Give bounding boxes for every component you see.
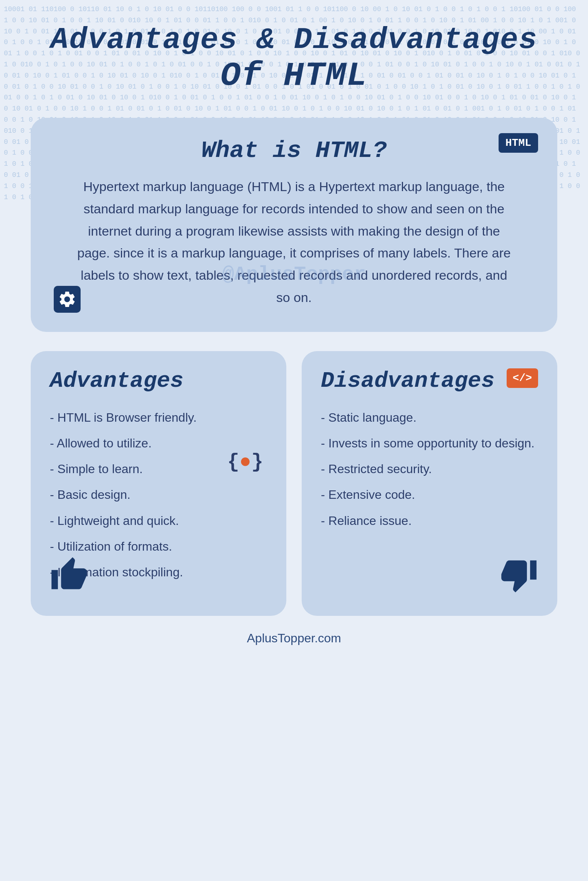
disadvantages-list: - Static language. - Invests in some opp… — [321, 405, 538, 534]
watermark: @AplusTopper — [222, 263, 366, 286]
thumbs-down-icon — [500, 556, 538, 604]
list-item: - Lightweight and quick. — [50, 508, 267, 534]
title-line2: Of HTML — [51, 57, 538, 95]
disadvantages-card: Disadvantages </> - Static language. - I… — [302, 351, 557, 616]
list-item: - Extensive code. — [321, 482, 538, 508]
list-item: - Invests in some opportunity to design. — [321, 431, 538, 456]
html-badge: HTML — [499, 133, 538, 153]
thumbs-up-icon — [50, 556, 88, 604]
what-is-html-text: Hypertext markup language (HTML) is a Hy… — [61, 176, 527, 309]
what-is-html-card: HTML What is HTML? Hypertext markup lang… — [31, 118, 557, 332]
bottom-section: Advantages {●} - HTML is Browser friendl… — [31, 351, 557, 616]
advantages-title: Advantages — [50, 368, 267, 393]
main-title: Advantages & Disadvantages Of HTML — [51, 23, 538, 95]
footer: AplusTopper.com — [247, 631, 341, 645]
list-item: - Basic design. — [50, 482, 267, 508]
gear-icon — [54, 286, 81, 313]
list-item: - Reliance issue. — [321, 508, 538, 534]
disadvantages-title: Disadvantages — [321, 368, 538, 393]
what-is-html-title: What is HTML? — [61, 137, 527, 164]
footer-text: AplusTopper.com — [247, 631, 341, 645]
list-item: - Restricted security. — [321, 456, 538, 482]
list-item: - HTML is Browser friendly. — [50, 405, 267, 431]
code-badge: </> — [507, 368, 538, 388]
curly-brace-icon: {●} — [227, 451, 263, 473]
title-line1: Advantages & Disadvantages — [51, 23, 538, 57]
content-wrapper: Advantages & Disadvantages Of HTML HTML … — [0, 0, 588, 668]
list-item: - Static language. — [321, 405, 538, 431]
advantages-card: Advantages {●} - HTML is Browser friendl… — [31, 351, 286, 616]
